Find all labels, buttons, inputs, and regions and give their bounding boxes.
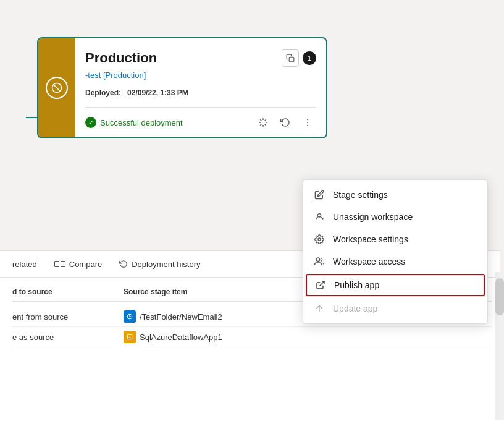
publish-app-label: Publish app (334, 280, 379, 290)
more-options-icon-button[interactable] (299, 114, 316, 131)
card-header-row: Production 1 (85, 49, 316, 67)
workspace-access-label: Workspace access (333, 257, 405, 266)
card-title: Production (85, 50, 157, 66)
history-tab-icon (119, 260, 128, 268)
card-body: Production 1 -test [Production] Deployed… (75, 38, 326, 137)
col1-header: d to source (12, 288, 124, 296)
deployment-history-tab-label: Deployment history (132, 260, 200, 269)
row1-col2: /TestFolder/NewEmail2 (140, 312, 222, 322)
tab-related[interactable]: related (5, 256, 44, 273)
tab-deployment-history[interactable]: Deployment history (112, 256, 208, 273)
related-tab-label: related (12, 260, 37, 269)
table-row: e as source SqlAzureDataflowApp1 (12, 327, 492, 347)
compare-tab-label: Compare (69, 260, 102, 269)
workspace-settings-label: Workspace settings (333, 234, 408, 244)
card-stage-icon (46, 77, 68, 99)
card-left-bar (38, 38, 75, 137)
main-content: ▶ Production (0, 0, 504, 426)
deployed-date: 02/09/22, 1:33 PM (127, 88, 188, 97)
arrow-line (26, 117, 37, 118)
scrollbar-thumb[interactable] (495, 278, 504, 315)
stage-settings-label: Stage settings (333, 190, 388, 200)
menu-item-workspace-access[interactable]: Workspace access (303, 250, 487, 273)
svg-rect-2 (289, 57, 294, 62)
scrollbar-area[interactable] (495, 272, 504, 420)
card-footer: ✓ Successful deployment (85, 107, 316, 137)
row1-col1: ent from source (12, 312, 124, 322)
dataflow-icon (124, 310, 136, 323)
refresh-settings-icon-button[interactable] (254, 114, 272, 131)
svg-point-5 (307, 125, 308, 126)
update-app-label: Update app (333, 304, 377, 313)
notification-badge: 1 (303, 51, 316, 65)
production-card: Production 1 -test [Production] Deployed… (37, 37, 327, 138)
menu-item-unassign-workspace[interactable]: Unassign workspace (303, 206, 487, 228)
row2-col2-cell: SqlAzureDataflowApp1 (124, 331, 492, 343)
menu-item-stage-settings[interactable]: Stage settings (303, 184, 487, 206)
deployed-label: Deployed: (85, 88, 121, 97)
people-icon (313, 257, 326, 266)
menu-item-workspace-settings[interactable]: Workspace settings (303, 228, 487, 250)
svg-line-15 (320, 281, 324, 286)
success-check-icon: ✓ (85, 117, 96, 128)
deployment-status: Successful deployment (100, 118, 183, 127)
tab-compare[interactable]: Compare (47, 256, 109, 273)
svg-point-4 (307, 122, 308, 123)
update-icon (313, 304, 326, 313)
copy-icon-button[interactable] (282, 49, 299, 67)
success-badge: ✓ Successful deployment (85, 117, 183, 128)
svg-line-1 (54, 85, 61, 92)
footer-icons (254, 114, 316, 131)
row2-col2: SqlAzureDataflowApp1 (140, 333, 222, 342)
publish-icon (314, 280, 327, 290)
edit-icon (313, 190, 326, 200)
history-icon-button[interactable] (277, 114, 294, 131)
context-menu: Stage settings Unassign workspace Work (303, 179, 488, 324)
card-header-icons: 1 (282, 49, 316, 67)
svg-point-13 (318, 238, 321, 241)
unassign-icon (313, 212, 326, 222)
sql-icon (124, 331, 136, 343)
gear-icon (313, 234, 326, 244)
menu-item-publish-app[interactable]: Publish app (306, 274, 485, 296)
card-subtitle: -test [Production] (85, 70, 316, 80)
menu-item-update-app: Update app (303, 297, 487, 320)
svg-point-3 (307, 119, 308, 120)
svg-rect-7 (127, 334, 132, 339)
card-deployed-info: Deployed: 02/09/22, 1:33 PM (85, 88, 316, 97)
unassign-workspace-label: Unassign workspace (333, 212, 413, 222)
compare-icon (54, 261, 65, 267)
svg-point-14 (316, 258, 319, 261)
row2-col1: e as source (12, 333, 124, 342)
